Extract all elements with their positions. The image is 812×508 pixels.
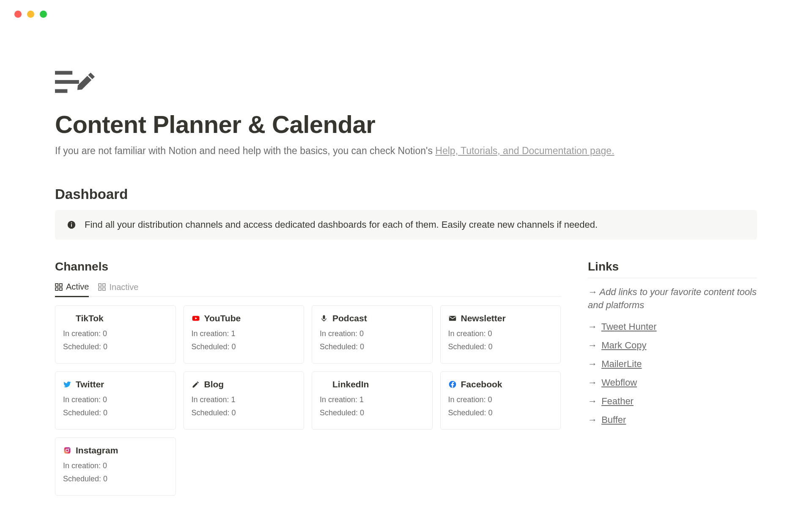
scheduled-stat: Scheduled: 0: [448, 342, 553, 351]
channel-name: Facebook: [461, 379, 502, 389]
in-creation-stat: In creation: 0: [63, 395, 168, 404]
channel-name: YouTube: [204, 313, 241, 323]
channel-name: Blog: [204, 379, 224, 389]
channel-card-instagram[interactable]: Instagram In creation: 0 Scheduled: 0: [55, 437, 176, 496]
tab-inactive[interactable]: Inactive: [98, 282, 138, 296]
link-item[interactable]: → Mark Copy: [588, 340, 757, 351]
svg-rect-12: [99, 288, 102, 290]
link-item[interactable]: → Tweet Hunter: [588, 321, 757, 332]
channel-card-youtube[interactable]: YouTube In creation: 1 Scheduled: 0: [184, 305, 304, 364]
link-item[interactable]: → Buffer: [588, 414, 757, 425]
channel-card-tiktok[interactable]: TikTok In creation: 0 Scheduled: 0: [55, 305, 176, 364]
window-controls: [0, 0, 812, 18]
channels-tabs: Active Inactive: [55, 282, 561, 297]
mail-icon: [448, 314, 457, 323]
svg-rect-11: [103, 284, 105, 286]
close-window-button[interactable]: [14, 11, 22, 18]
linkedin-icon: [320, 380, 328, 389]
link-label: MailerLite: [601, 359, 642, 369]
scheduled-stat: Scheduled: 0: [63, 409, 168, 417]
svg-rect-10: [99, 284, 102, 286]
links-list: → Tweet Hunter→ Mark Copy→ MailerLite→ W…: [588, 321, 757, 425]
link-label: Webflow: [601, 377, 637, 388]
scheduled-stat: Scheduled: 0: [192, 409, 296, 417]
help-link[interactable]: Help, Tutorials, and Documentation page.: [435, 145, 614, 156]
pencil-icon: [192, 380, 200, 389]
scheduled-stat: Scheduled: 0: [448, 409, 553, 417]
channel-card-podcast[interactable]: Podcast In creation: 0 Scheduled: 0: [312, 305, 433, 364]
svg-rect-9: [60, 287, 62, 290]
in-creation-stat: In creation: 0: [320, 329, 425, 338]
in-creation-stat: In creation: 0: [448, 395, 553, 404]
channels-heading: Channels: [55, 260, 561, 273]
link-item[interactable]: → Feather: [588, 396, 757, 407]
scheduled-stat: Scheduled: 0: [320, 409, 425, 417]
svg-rect-8: [55, 287, 58, 290]
channel-name: Instagram: [76, 445, 118, 456]
channels-grid: TikTok In creation: 0 Scheduled: 0 YouTu…: [55, 305, 561, 496]
page-title: Content Planner & Calendar: [55, 110, 757, 138]
instagram-icon: [63, 446, 71, 455]
scheduled-stat: Scheduled: 0: [63, 475, 168, 483]
svg-point-5: [71, 222, 72, 223]
callout-text: Find all your distribution channels and …: [85, 219, 598, 230]
in-creation-stat: In creation: 0: [63, 461, 168, 470]
link-label: Mark Copy: [601, 340, 646, 351]
in-creation-stat: In creation: 0: [63, 329, 168, 338]
channel-card-linkedin[interactable]: LinkedIn In creation: 1 Scheduled: 0: [312, 371, 433, 430]
tab-active[interactable]: Active: [55, 282, 89, 297]
maximize-window-button[interactable]: [40, 11, 47, 18]
grid-icon: [55, 283, 63, 291]
svg-rect-4: [71, 224, 72, 226]
links-help: → Add links to your favorite content too…: [588, 286, 757, 312]
channel-card-facebook[interactable]: Facebook In creation: 0 Scheduled: 0: [440, 371, 561, 430]
in-creation-stat: In creation: 0: [448, 329, 553, 338]
tiktok-icon: [63, 314, 71, 323]
grid-icon: [98, 283, 106, 291]
svg-point-21: [69, 448, 69, 449]
in-creation-stat: In creation: 1: [192, 395, 296, 404]
svg-rect-19: [64, 447, 71, 454]
link-item[interactable]: → MailerLite: [588, 359, 757, 370]
link-item[interactable]: → Webflow: [588, 377, 757, 388]
minimize-window-button[interactable]: [27, 11, 34, 18]
divider: [588, 278, 757, 278]
dashboard-heading: Dashboard: [55, 186, 757, 202]
twitter-icon: [63, 380, 71, 389]
info-icon: [67, 220, 76, 229]
help-text: If you are not familiar with Notion and …: [55, 145, 757, 157]
channel-card-blog[interactable]: Blog In creation: 1 Scheduled: 0: [184, 371, 304, 430]
svg-rect-13: [103, 288, 105, 290]
channel-name: TikTok: [76, 313, 104, 323]
svg-rect-1: [55, 80, 79, 84]
link-label: Tweet Hunter: [601, 321, 657, 332]
channel-card-newsletter[interactable]: Newsletter In creation: 0 Scheduled: 0: [440, 305, 561, 364]
youtube-icon: [192, 314, 200, 323]
link-label: Buffer: [601, 414, 626, 425]
in-creation-stat: In creation: 1: [320, 395, 425, 404]
channel-name: Podcast: [332, 313, 367, 323]
svg-rect-7: [60, 284, 62, 286]
channel-card-twitter[interactable]: Twitter In creation: 0 Scheduled: 0: [55, 371, 176, 430]
dashboard-callout: Find all your distribution channels and …: [55, 210, 757, 240]
mic-icon: [320, 314, 328, 323]
svg-rect-2: [55, 89, 67, 93]
page-icon: [55, 69, 757, 101]
scheduled-stat: Scheduled: 0: [63, 342, 168, 351]
channel-name: Twitter: [76, 379, 104, 389]
links-heading: Links: [588, 260, 757, 273]
svg-rect-0: [55, 71, 72, 75]
scheduled-stat: Scheduled: 0: [320, 342, 425, 351]
facebook-icon: [448, 380, 457, 389]
svg-rect-15: [323, 315, 325, 319]
link-label: Feather: [601, 396, 634, 406]
scheduled-stat: Scheduled: 0: [192, 342, 296, 351]
channel-name: LinkedIn: [332, 379, 369, 389]
channel-name: Newsletter: [461, 313, 506, 323]
in-creation-stat: In creation: 1: [192, 329, 296, 338]
svg-rect-6: [55, 284, 58, 286]
